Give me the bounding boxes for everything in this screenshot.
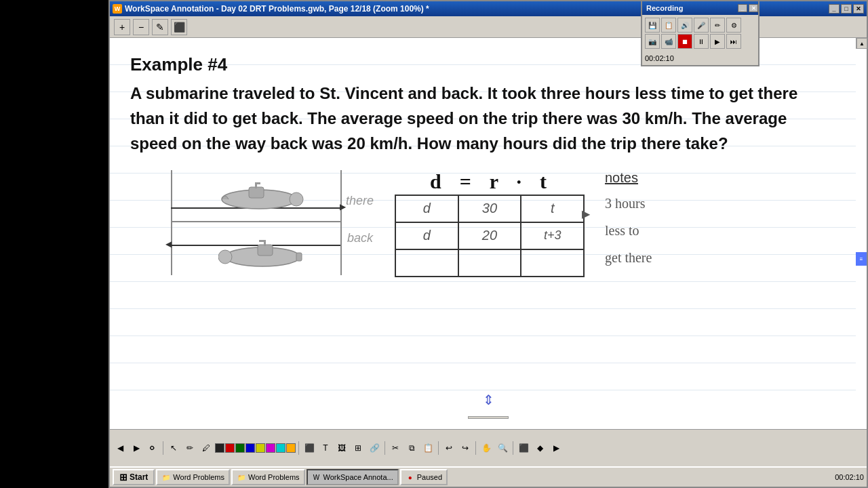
rec-btn-3[interactable]: 🔊 <box>677 18 692 33</box>
separator-5 <box>475 441 476 455</box>
color-purple[interactable] <box>266 443 275 453</box>
center-scroll-button[interactable]: ⇕ <box>483 392 494 408</box>
rec-btn-1[interactable]: 💾 <box>645 18 660 33</box>
color-red[interactable] <box>225 443 235 453</box>
rec-btn-5[interactable]: ✏ <box>710 18 725 33</box>
left-divider <box>171 170 172 275</box>
svg-point-4 <box>290 192 303 206</box>
recording-title: Recording <box>646 4 683 12</box>
taskbar-item-word-problems-2[interactable]: 📁 Word Problems <box>231 469 305 485</box>
recording-buttons: 💾 📋 🔊 🎤 ✏ ⚙ 📷 📹 ⏹ ⏸ ▶ ⏭ <box>642 15 758 52</box>
zoom-tool[interactable]: 🔍 <box>495 441 510 455</box>
pen-tool[interactable]: ✏ <box>182 441 197 455</box>
separator-4 <box>438 441 439 455</box>
rec-btn-10[interactable]: ▶ <box>710 34 725 49</box>
color-green[interactable] <box>235 443 245 453</box>
text-tool[interactable]: T <box>318 441 333 455</box>
pause-icon: ● <box>406 472 415 482</box>
submarine-bottom-image <box>218 238 307 268</box>
rec-btn-11[interactable]: ⏭ <box>726 34 741 49</box>
separator-3 <box>384 441 385 455</box>
redo-tool[interactable]: ↪ <box>458 441 473 455</box>
cell-back-t: t+3 <box>521 222 584 249</box>
add-button[interactable]: + <box>114 19 130 35</box>
highlight-tool[interactable]: 🖊 <box>199 441 214 455</box>
forward-nav-button[interactable]: ▶ <box>129 441 144 455</box>
svg-rect-3 <box>255 182 260 184</box>
home-button[interactable]: ⭘ <box>145 441 160 455</box>
image-tool[interactable]: 🖼 <box>334 441 349 455</box>
title-bar-buttons[interactable]: _ □ ✕ <box>829 4 864 14</box>
hand-tool[interactable]: ✋ <box>479 441 494 455</box>
cell-empty-d <box>395 249 458 277</box>
middle-divider <box>171 221 342 222</box>
scroll-up-button[interactable]: ▲ <box>856 38 867 49</box>
paste-tool[interactable]: 📋 <box>420 441 435 455</box>
taskbar-label-3: WorkSpace Annota... <box>323 473 393 481</box>
maximize-button[interactable]: □ <box>841 4 852 14</box>
submarine-container: there back <box>130 170 361 279</box>
rec-btn-4[interactable]: 🎤 <box>694 18 709 33</box>
notes-line-1: 3 hours <box>605 190 652 217</box>
taskbar-item-word-problems-1[interactable]: 📁 Word Problems <box>156 469 230 485</box>
edit-button[interactable]: ✎ <box>152 19 168 35</box>
taskbar-label-4: Paused <box>417 473 442 481</box>
cell-there-d: d <box>395 195 458 222</box>
taskbar-item-workspace[interactable]: W WorkSpace Annota... <box>307 469 399 485</box>
color-yellow[interactable] <box>256 443 265 453</box>
taskbar-item-paused[interactable]: ● Paused <box>400 469 448 485</box>
close-button[interactable]: ✕ <box>853 4 864 14</box>
rec-btn-9[interactable]: ⏸ <box>694 34 709 49</box>
table-row: d 30 t <box>395 195 584 222</box>
tool-b[interactable]: ◆ <box>532 441 547 455</box>
window-title: WorkSpace Annotation - Day 02 DRT Proble… <box>125 4 429 14</box>
color-orange[interactable] <box>286 443 296 453</box>
color-cyan[interactable] <box>276 443 285 453</box>
recording-time-area: 00:02:10 <box>642 52 758 65</box>
submarine-top-image <box>218 180 307 211</box>
rec-btn-6[interactable]: ⚙ <box>726 18 741 33</box>
tool-c[interactable]: ▶ <box>549 441 564 455</box>
svg-rect-8 <box>259 240 264 242</box>
taskbar-label-1: Word Problems <box>173 473 224 481</box>
screen-button[interactable]: ⬛ <box>171 19 187 35</box>
start-button[interactable]: ⊞ Start <box>113 469 155 485</box>
cell-back-d: d <box>395 222 458 249</box>
rec-btn-2[interactable]: 📋 <box>661 18 676 33</box>
rec-btn-8[interactable]: 📹 <box>661 34 676 49</box>
color-blue[interactable] <box>245 443 255 453</box>
recording-time: 00:02:10 <box>645 54 674 62</box>
color-palette <box>215 443 296 453</box>
back-nav-button[interactable]: ◀ <box>113 441 127 455</box>
scrollbar-area: ▲ <box>856 38 867 49</box>
rec-stop-btn[interactable]: ⏹ <box>677 34 692 49</box>
workspace-icon: W <box>312 472 321 482</box>
recording-title-bar: Recording _ ✕ <box>642 1 758 15</box>
notes-line-3: get there <box>605 244 652 271</box>
copy-tool[interactable]: ⧉ <box>404 441 419 455</box>
cut-tool[interactable]: ✂ <box>388 441 403 455</box>
link-tool[interactable]: 🔗 <box>367 441 382 455</box>
content-area: Example #4 A submarine traveled to St. V… <box>110 38 856 409</box>
taskbar: ⊞ Start 📁 Word Problems 📁 Word Problems … <box>110 466 867 487</box>
label-there: there <box>346 194 374 208</box>
recording-controls: _ ✕ <box>738 4 758 12</box>
subtract-button[interactable]: − <box>133 19 149 35</box>
undo-tool[interactable]: ↩ <box>441 441 456 455</box>
shapes-tool[interactable]: ⬛ <box>302 441 317 455</box>
table-tool[interactable]: ⊞ <box>351 441 366 455</box>
scroll-indicator[interactable]: ≡ <box>856 252 867 266</box>
recording-close[interactable]: ✕ <box>749 4 758 12</box>
drt-section: d = r · t d 30 t d 20 t+3 <box>395 170 585 277</box>
rec-btn-7[interactable]: 📷 <box>645 34 660 49</box>
color-black[interactable] <box>215 443 224 453</box>
start-icon: ⊞ <box>119 472 127 483</box>
drt-table: d 30 t d 20 t+3 <box>395 195 585 277</box>
start-label: Start <box>130 472 148 482</box>
example-text: Example #4 A submarine traveled to St. V… <box>130 52 835 157</box>
tool-a[interactable]: ⬛ <box>516 441 531 455</box>
cursor-tool[interactable]: ↖ <box>166 441 181 455</box>
taskbar-label-2: Word Problems <box>248 473 300 481</box>
recording-minimize[interactable]: _ <box>738 4 747 12</box>
minimize-button[interactable]: _ <box>829 4 840 14</box>
